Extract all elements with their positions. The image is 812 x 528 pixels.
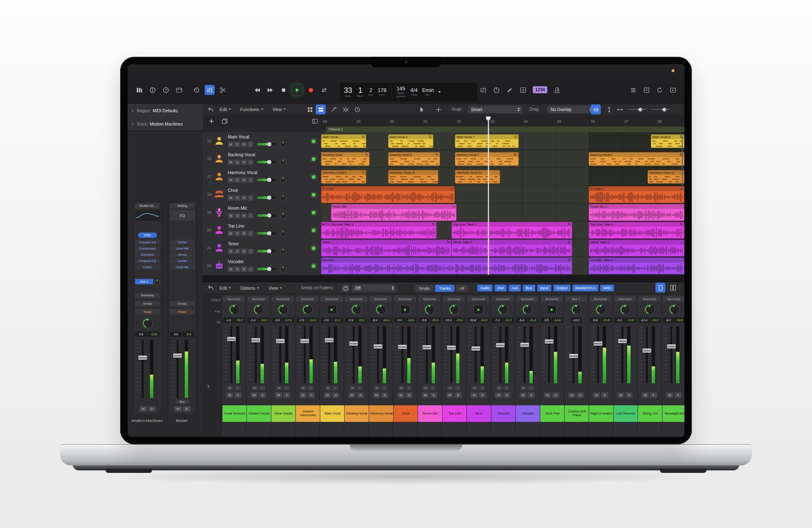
solo-button[interactable]: S [577,392,584,398]
input-monitor-button[interactable]: I [234,386,241,390]
input-monitor-button[interactable]: I [357,386,363,390]
fader-cap[interactable] [423,345,431,349]
mixer-icon[interactable] [205,85,215,95]
track-input-button[interactable]: I [248,195,254,201]
view-mode-tracks[interactable]: Tracks [435,285,454,292]
mixer-view-menu[interactable]: View [268,286,282,291]
mute-button[interactable]: M [140,406,147,412]
channel-output-button[interactable]: Surround [541,296,563,302]
channel-name-label[interactable]: Vocal Textures [222,405,247,422]
channel-name-label[interactable]: Harmony Vocal [369,405,394,422]
horizontal-zoom-slider[interactable] [651,109,670,110]
send-slot[interactable]: Bus 2 [135,279,153,284]
lcd-key[interactable]: EminKEY [422,88,434,97]
forward-icon[interactable] [265,85,275,95]
record-enable-button[interactable]: R [276,386,282,390]
fader-cap[interactable] [138,356,147,360]
chevron-right-icon[interactable] [130,108,135,113]
pan-knob[interactable] [424,304,435,315]
record-enable-button[interactable]: R [496,386,502,390]
bar-ruler[interactable]: 2829303132333435363738 [203,115,684,127]
power-icon[interactable] [341,284,350,292]
track-mute-button[interactable]: M [228,195,234,201]
grid-rows-icon[interactable] [316,104,326,114]
pan-knob[interactable] [302,304,313,315]
channel-name-label[interactable]: Main Vocal [320,405,345,422]
mute-button[interactable]: M [251,392,258,398]
fader-cap[interactable] [173,354,182,358]
fader-cap[interactable] [447,346,456,350]
solo-button[interactable]: S [332,392,339,398]
metronome-icon[interactable] [552,85,562,95]
channel-output-button[interactable]: Surround [638,296,660,302]
filter-inst[interactable]: Inst [495,285,507,291]
channel-output-button[interactable]: Surround [467,296,489,302]
tracks-edit-menu[interactable]: Edit [220,107,231,112]
solo-button[interactable]: S [381,392,388,398]
track-mute-button[interactable]: M [228,249,234,254]
channel-output-button[interactable]: Surround [443,296,465,302]
solo-button[interactable]: S [148,406,156,412]
track-input-button[interactable]: I [248,142,254,147]
cycle-icon[interactable] [319,85,329,95]
solo-icon[interactable]: S [518,85,528,95]
count-in-badge[interactable]: 1234 [533,86,547,93]
solo-button[interactable]: S [308,392,315,398]
pan-knob[interactable] [142,318,153,329]
channel-name-label[interactable]: Near Vocals [271,405,296,422]
channel-name-label[interactable]: Sample [516,405,540,422]
channel-name-label[interactable]: Vocoder [491,405,516,422]
send-knob[interactable] [155,279,160,285]
fader-cap[interactable] [545,339,553,344]
input-monitor-button[interactable]: I [308,386,314,390]
disclosure-chevron-icon[interactable] [205,383,211,389]
output-slot[interactable]: Surround [135,293,160,298]
track-mute-button[interactable]: M [228,266,234,272]
track-input-button[interactable]: I [248,231,254,236]
track-solo-button[interactable]: S [234,213,240,218]
stop-icon[interactable] [278,85,288,95]
track-header-main-vocal[interactable]: 15Main VocalMSRI [203,132,321,150]
region-inspector-row[interactable]: Region: MIDI Defaults [128,104,205,118]
track-header-harmony-vocal[interactable]: 17Harmony VocalMSRI [203,168,321,186]
surround-panner[interactable] [327,305,337,314]
vertical-zoom-slider[interactable] [627,109,646,110]
punch-icon[interactable] [478,85,488,95]
dim-button[interactable]: D [183,406,191,412]
plugin-slot[interactable]: Atmos [170,252,195,257]
mute-button[interactable]: M [495,392,502,398]
track-monitor-button[interactable] [310,156,317,162]
region-room-mic-1[interactable]: Room Mic.1 [589,204,684,221]
filter-midi[interactable]: MIDI [600,285,614,291]
automation-mode-slot[interactable]: Read [135,309,160,315]
pan-knob[interactable] [449,304,459,315]
region-main-vocal[interactable]: Main Vocal↻ [321,134,366,148]
setting-button[interactable]: Modern M... [135,203,160,208]
solo-button[interactable]: S [234,392,242,398]
input-monitor-button[interactable]: I [332,386,338,390]
solo-button[interactable]: S [528,392,535,398]
volume-fader[interactable] [613,326,637,383]
pan-knob[interactable] [669,304,679,315]
input-monitor-button[interactable]: I [430,386,436,390]
fader-cap[interactable] [300,339,309,343]
volume-fader[interactable] [135,340,160,398]
channel-output-button[interactable]: Surround [492,296,514,302]
plugin-slot[interactable]: Limiter [135,264,160,270]
channel-output-button[interactable]: Surround [321,296,343,302]
pan-knob[interactable] [253,304,264,315]
region-tenor-take-2[interactable]: Tenor: Take 2↻ [452,240,572,257]
track-monitor-button[interactable] [310,245,317,251]
solo-button[interactable]: S [479,392,486,398]
region-harmony-vocal-9[interactable]: Harmony Vocal.9↻ [321,170,366,184]
track-input-button[interactable]: I [248,177,254,183]
mute-button[interactable]: M [617,392,624,398]
toolbar-icon[interactable] [174,85,184,95]
marquee-tool-icon[interactable] [433,104,443,114]
automation-icon[interactable] [329,104,339,114]
mute-button[interactable]: M [226,392,233,398]
playhead[interactable] [488,121,489,275]
channel-name-label[interactable]: Lost Reverse [614,405,638,422]
loop-browser-icon[interactable] [655,85,665,95]
quick-help-icon[interactable]: ? [161,85,171,95]
